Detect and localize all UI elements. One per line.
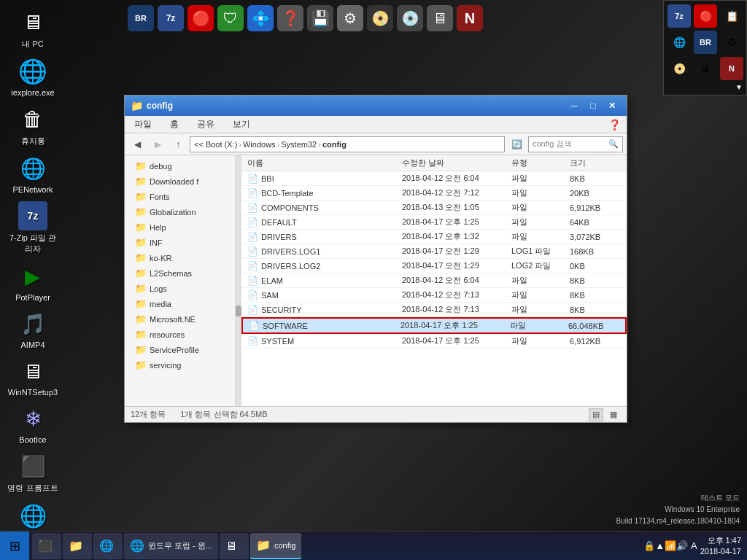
top-bar: BR 7z 🔴 🛡 💠 ❓ 💾 ⚙ 📀 💿 🖥 N xyxy=(124,0,747,36)
start-button[interactable]: ⊞ xyxy=(0,532,29,561)
sidebar-item-l2schemas[interactable]: 📁 L2Schemas xyxy=(125,265,235,281)
desktop-icon-penetwork[interactable]: 🌐 PENetwork xyxy=(7,154,58,194)
view-details-button[interactable]: ▤ xyxy=(589,408,603,421)
menu-file[interactable]: 파일 xyxy=(131,117,155,132)
mini-network-icon[interactable]: 🌐 xyxy=(667,31,691,54)
mini-n-icon[interactable]: N xyxy=(720,57,743,80)
sidebar-item-media[interactable]: 📁 media xyxy=(125,296,235,311)
chrome-taskbar-icon: 🌐 xyxy=(99,539,114,553)
mini-br-icon[interactable]: BR xyxy=(694,31,717,54)
address-crumb-config: config xyxy=(322,140,347,149)
top-bar-disc2-icon[interactable]: 💿 xyxy=(397,5,423,31)
desktop-icon-potplayer[interactable]: ▶ PotPlayer xyxy=(7,262,58,302)
col-size[interactable]: 크기 xyxy=(570,158,621,168)
search-box[interactable]: config 검색 🔍 xyxy=(528,136,623,152)
desktop-icon-ie[interactable]: 🌐 iexplore.exe xyxy=(7,57,58,97)
sidebar-item-serviceprofile[interactable]: 📁 ServiceProfile xyxy=(125,342,235,357)
desktop-icon-7zip[interactable]: 7z 7-Zip 파일 관리자 xyxy=(7,201,58,254)
top-bar-pc-icon[interactable]: 🖥 xyxy=(427,5,453,31)
desktop-icon-bootice[interactable]: ❄ BootIce xyxy=(7,404,58,444)
top-bar-red-icon[interactable]: 🔴 xyxy=(187,5,214,31)
address-bar[interactable]: << Boot (X:) › Windows › System32 › conf… xyxy=(190,136,505,152)
top-bar-blue-icon[interactable]: 💠 xyxy=(247,5,274,31)
desktop-icon-aimp4[interactable]: 🎵 AIMP4 xyxy=(7,309,58,349)
desktop-icon-recycle[interactable]: 🗑 휴지통 xyxy=(7,104,58,147)
file-row-components[interactable]: 📄COMPONENTS 2018-04-13 오전 1:05 파일 6,912K… xyxy=(241,201,627,215)
sidebar-item-globalization[interactable]: 📁 Globalization xyxy=(125,204,235,219)
sidebar-item-fonts[interactable]: 📁 Fonts xyxy=(125,189,235,204)
refresh-button[interactable]: 🔄 xyxy=(508,136,525,153)
cmd-label: 명령 프롬프트 xyxy=(7,483,58,494)
taskbar-config[interactable]: 📁 config xyxy=(250,533,301,559)
aimp4-label: AIMP4 xyxy=(20,341,44,349)
file-row-default[interactable]: 📄DEFAULT 2018-04-17 오후 1:25 파일 64KB xyxy=(241,215,627,230)
sidebar-item-debug[interactable]: 📁 debug xyxy=(125,158,235,174)
file-row-drivers[interactable]: 📄DRIVERS 2018-04-17 오후 1:32 파일 3,072KB xyxy=(241,230,627,244)
mini-gear-icon[interactable]: ⚙ xyxy=(720,31,743,54)
sidebar-item-ko-kr[interactable]: 📁 ko-KR xyxy=(125,250,235,265)
nav-bar: ◀ ▶ ↑ << Boot (X:) › Windows › System32 … xyxy=(125,133,627,155)
col-date[interactable]: 수정한 날짜 xyxy=(402,158,511,168)
minimize-button[interactable]: ─ xyxy=(565,98,583,113)
file-row-elam[interactable]: 📄ELAM 2018-04-12 오전 6:04 파일 8KB xyxy=(241,273,627,288)
top-bar-save-icon[interactable]: 💾 xyxy=(307,5,333,31)
recycle-label: 휴지통 xyxy=(21,136,45,147)
top-bar-n-icon[interactable]: N xyxy=(457,5,483,31)
forward-button[interactable]: ▶ xyxy=(149,136,166,153)
taskbar-chrome[interactable]: 🌐 xyxy=(93,533,123,559)
taskbar-forum[interactable]: 🌐 윈도우 포럼 - 윈... xyxy=(124,533,218,559)
tray-clock[interactable]: 오후 1:47 2018-04-17 xyxy=(700,535,741,556)
top-bar-disc1-icon[interactable]: 📀 xyxy=(367,5,393,31)
file-row-drivers-log1[interactable]: 📄DRIVERS.LOG1 2018-04-17 오전 1:29 LOG1 파일… xyxy=(241,244,627,259)
col-type[interactable]: 유형 xyxy=(511,158,570,168)
sidebar-item-microsoft[interactable]: 📁 Microsoft.NE xyxy=(125,311,235,327)
mini-7z-icon[interactable]: 7z xyxy=(667,4,691,28)
menu-home[interactable]: 홈 xyxy=(166,117,182,132)
desktop-icon-cmd[interactable]: ⬛ 명령 프롬프트 xyxy=(7,451,58,494)
window-title-text: config xyxy=(147,101,565,111)
file-row-sam[interactable]: 📄SAM 2018-04-12 오전 7:13 파일 8KB xyxy=(241,288,627,303)
desktop-icon-winntsetup[interactable]: 🖥 WinNTSetup3 xyxy=(7,357,58,397)
file-row-bbi[interactable]: 📄BBI 2018-04-12 오전 6:04 파일 8KB xyxy=(241,171,627,186)
top-bar-help-icon[interactable]: ❓ xyxy=(277,5,303,31)
mini-clipboard-icon[interactable]: 📋 xyxy=(720,4,743,28)
sidebar-item-servicing[interactable]: 📁 servicing xyxy=(125,357,235,373)
file-row-software[interactable]: 📄SOFTWARE 2018-04-17 오후 1:25 파일 66,048KB xyxy=(241,317,627,334)
search-icon: 🔍 xyxy=(608,139,619,149)
back-button[interactable]: ◀ xyxy=(128,136,146,153)
sidebar-item-help[interactable]: 📁 Help xyxy=(125,219,235,235)
up-button[interactable]: ↑ xyxy=(169,136,187,153)
file-row-drivers-log2[interactable]: 📄DRIVERS.LOG2 2018-04-17 오전 1:29 LOG2 파일… xyxy=(241,259,627,273)
menu-view[interactable]: 보기 xyxy=(229,117,254,132)
sidebar-item-resources[interactable]: 📁 resources xyxy=(125,327,235,342)
maximize-button[interactable]: □ xyxy=(584,98,602,113)
sidebar-item-downloaded[interactable]: 📁 Downloaded f xyxy=(125,174,235,189)
sidebar-item-logs[interactable]: 📁 Logs xyxy=(125,281,235,296)
file-row-security[interactable]: 📄SECURITY 2018-04-12 오전 7:13 파일 8KB xyxy=(241,303,627,317)
taskbar-windows[interactable]: 🖥 xyxy=(220,533,249,559)
top-bar-7z-icon[interactable]: 7z xyxy=(158,5,184,31)
mini-disc-icon[interactable]: 📀 xyxy=(667,57,691,80)
menu-share[interactable]: 공유 xyxy=(193,117,218,132)
close-button[interactable]: ✕ xyxy=(603,98,621,113)
sidebar-scrollbar[interactable] xyxy=(236,155,241,406)
top-bar-shield-icon[interactable]: 🛡 xyxy=(217,5,244,31)
folder-icon: 📁 xyxy=(135,160,147,171)
mini-pc2-icon[interactable]: 🖥 xyxy=(694,57,717,80)
top-bar-br-icon[interactable]: BR xyxy=(128,5,154,31)
menu-help-icon[interactable]: ❓ xyxy=(608,119,621,131)
mini-red-icon[interactable]: 🔴 xyxy=(694,4,717,28)
top-bar-gear-icon[interactable]: ⚙ xyxy=(337,5,363,31)
desktop-icon-my-pc[interactable]: 🖥 내 PC xyxy=(7,7,58,50)
view-large-button[interactable]: ▦ xyxy=(606,408,621,421)
mini-panel-collapse[interactable]: ▼ xyxy=(735,83,743,91)
folder-icon: 📁 xyxy=(135,359,147,370)
col-name[interactable]: 이름 xyxy=(247,158,402,168)
sidebar-item-inf[interactable]: 📁 INF xyxy=(125,235,235,250)
browser-taskbar-icon: 🌐 xyxy=(130,539,144,553)
file-row-system[interactable]: 📄SYSTEM 2018-04-17 오후 1:25 파일 6,912KB xyxy=(241,334,627,349)
taskbar-items: ⬛ 📁 🌐 🌐 윈도우 포럼 - 윈... 🖥 📁 config xyxy=(29,532,638,560)
file-row-bcd-template[interactable]: 📄BCD-Template 2018-04-12 오전 7:12 파일 20KB xyxy=(241,186,627,201)
taskbar-explorer[interactable]: 📁 xyxy=(63,533,92,559)
taskbar-cmd[interactable]: ⬛ xyxy=(32,533,61,559)
